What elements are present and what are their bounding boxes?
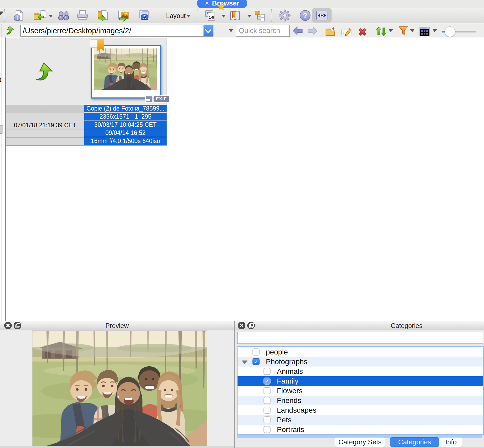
checkbox[interactable] <box>263 368 271 375</box>
screenshot-camera-icon[interactable] <box>138 9 150 21</box>
slideshow-dropdown-icon[interactable] <box>222 15 226 18</box>
go-parent-folder-icon[interactable] <box>35 62 56 84</box>
path-input[interactable] <box>21 25 204 36</box>
print-icon[interactable] <box>76 9 89 21</box>
quick-search-input[interactable] <box>236 25 289 36</box>
disclosure-triangle-icon[interactable] <box>242 360 248 364</box>
parent-folder-row <box>6 129 84 137</box>
layout-menu-label[interactable]: Layout <box>166 12 186 20</box>
export-document-icon[interactable] <box>97 9 109 21</box>
image-thumbnail[interactable] <box>91 45 161 99</box>
category-row-portraits[interactable]: Portraits <box>238 425 483 434</box>
preview-image <box>32 331 207 446</box>
checkbox-checked[interactable]: ✓ <box>252 358 260 365</box>
path-field[interactable] <box>20 25 213 37</box>
favorites-dropdown-icon[interactable] <box>229 29 233 32</box>
category-row-friends[interactable]: Friends <box>238 396 483 405</box>
filter-funnel-icon[interactable] <box>398 26 409 37</box>
clipped-side-tab <box>0 125 3 134</box>
new-folder-icon[interactable] <box>325 26 336 38</box>
close-tab-icon[interactable]: × <box>205 0 209 7</box>
info-document-icon[interactable]: i <box>13 9 25 21</box>
checkbox[interactable] <box>263 416 271 423</box>
checkbox[interactable] <box>263 397 271 404</box>
preview-eye-icon[interactable] <box>316 9 328 21</box>
category-label: people <box>266 348 288 356</box>
path-dropdown-icon[interactable] <box>204 25 213 36</box>
clipped-text-fragment: 0 <box>0 75 2 84</box>
left-window-edge <box>2 24 2 321</box>
parent-folder-modified: 07/01/18 21:19:39 CET <box>6 121 84 129</box>
categories-panel-header <box>235 321 484 330</box>
sort-icon[interactable] <box>376 26 387 38</box>
categories-list[interactable]: people ✓ Photographs Animals ✓ Family Fl… <box>237 346 484 435</box>
toolbar-separator <box>4 9 5 21</box>
slideshow-icon[interactable]: 1-5 <box>204 9 217 21</box>
sort-dropdown-icon[interactable] <box>389 29 393 32</box>
open-folder-icon[interactable] <box>33 9 47 21</box>
parent-folder-item[interactable]: .. 07/01/18 21:19:39 CET <box>6 38 85 146</box>
open-folder-dropdown-icon[interactable] <box>49 15 53 18</box>
checkbox[interactable] <box>252 348 260 356</box>
clipped-dropdown-icon <box>0 12 3 15</box>
category-label: Animals <box>277 367 303 376</box>
view-grid-icon[interactable] <box>419 26 430 38</box>
tab-info[interactable]: Info <box>440 437 462 447</box>
image-capture-date: 09/04/14 16:52 <box>84 129 167 137</box>
image-camera-info: 16mm f/4.0 1/500s 640iso <box>84 137 167 145</box>
catalog-book-icon[interactable] <box>229 9 242 21</box>
category-filter-input[interactable] <box>238 332 483 343</box>
help-icon[interactable]: ? <box>299 9 311 21</box>
checkbox[interactable] <box>263 426 271 433</box>
forward-icon[interactable] <box>307 26 318 37</box>
catalog-dropdown-icon[interactable] <box>247 15 251 18</box>
parent-folder-name: .. <box>6 105 84 113</box>
detach-categories-panel-icon[interactable] <box>247 322 255 329</box>
categories-panel-title: Categories <box>391 322 422 330</box>
binoculars-search-icon[interactable] <box>58 9 70 21</box>
category-label: Family <box>277 377 298 385</box>
parent-folder-row <box>6 137 84 145</box>
toolbar-separator <box>197 9 197 21</box>
folder-tree-icon[interactable] <box>254 9 266 21</box>
checkbox[interactable] <box>263 407 271 414</box>
delete-icon[interactable] <box>357 27 368 38</box>
grid-dropdown-icon[interactable] <box>433 29 437 32</box>
category-row-people[interactable]: people <box>238 347 483 357</box>
checkbox[interactable] <box>263 387 271 394</box>
rename-icon[interactable] <box>341 26 353 38</box>
tab-category-sets[interactable]: Category Sets <box>335 437 385 447</box>
main-toolbar <box>0 8 484 23</box>
svg-text:i: i <box>16 15 18 21</box>
layout-dropdown-icon[interactable] <box>186 15 191 18</box>
close-categories-panel-icon[interactable] <box>238 322 245 329</box>
back-icon[interactable] <box>292 26 303 37</box>
checkbox-checked[interactable]: ✓ <box>263 378 271 385</box>
convert-image-icon[interactable] <box>117 9 129 21</box>
svg-text:?: ? <box>303 12 307 20</box>
thumbnail-size-slider-thumb[interactable] <box>445 26 455 37</box>
category-filter-field[interactable] <box>237 332 483 344</box>
filter-dropdown-icon[interactable] <box>410 29 414 32</box>
category-row-pets[interactable]: Pets <box>238 415 483 425</box>
toolbar-separator <box>271 9 272 21</box>
favorites-star-icon[interactable]: ★ <box>216 0 226 13</box>
image-exif-date: 30/03/17 10:04:25 CET <box>84 121 167 129</box>
category-row-photographs[interactable]: ✓ Photographs <box>238 357 483 367</box>
window-bottom-edge <box>235 447 484 448</box>
category-row-animals[interactable]: Animals <box>238 367 483 376</box>
image-size-info: 2356x1571 - 1 295 <box>84 113 167 121</box>
svg-text:1-5: 1-5 <box>209 15 214 19</box>
category-row-landscapes[interactable]: Landscapes <box>238 405 483 415</box>
image-browser-window: × Browser i Layout 1-5 ? <box>0 0 484 448</box>
settings-gear-icon[interactable] <box>279 9 291 21</box>
window-bottom-edge <box>0 446 234 448</box>
exif-badge: EXIF <box>153 95 169 103</box>
quick-search-field[interactable] <box>236 25 290 37</box>
category-label: Photographs <box>266 358 307 366</box>
tab-categories[interactable]: Categories <box>390 437 439 447</box>
category-row-family-selected[interactable]: ✓ Family <box>238 376 483 386</box>
category-label: Flowers <box>277 387 302 395</box>
category-row-flowers[interactable]: Flowers <box>238 386 483 396</box>
go-up-icon[interactable] <box>5 25 15 36</box>
